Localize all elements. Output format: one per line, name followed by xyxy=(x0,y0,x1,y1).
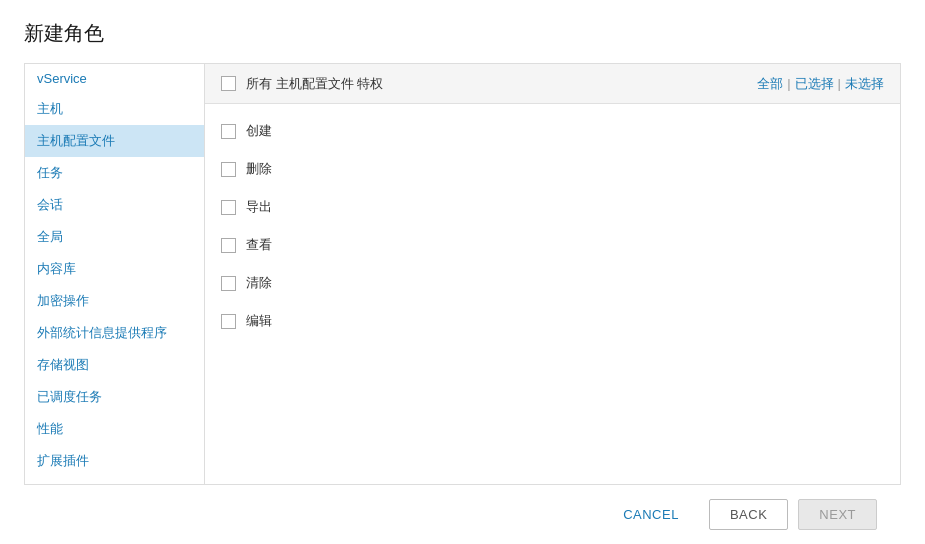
separator-1: | xyxy=(787,76,790,91)
sidebar-item-extensions[interactable]: 扩展插件 xyxy=(25,445,204,477)
sidebar-item-perf[interactable]: 性能 xyxy=(25,413,204,445)
page-container: 新建角色 vService主机主机配置文件任务会话全局内容库加密操作外部统计信息… xyxy=(0,0,925,544)
checkbox-item-export: 导出 xyxy=(221,188,884,226)
main-content: vService主机主机配置文件任务会话全局内容库加密操作外部统计信息提供程序存… xyxy=(24,63,901,485)
checkbox-item-edit: 编辑 xyxy=(221,302,884,340)
panel-header: 所有 主机配置文件 特权 全部 | 已选择 | 未选择 xyxy=(205,64,900,104)
sidebar: vService主机主机配置文件任务会话全局内容库加密操作外部统计信息提供程序存… xyxy=(25,64,205,484)
checkbox-item-view: 查看 xyxy=(221,226,884,264)
action-unselected[interactable]: 未选择 xyxy=(845,75,884,93)
checkbox-label-edit[interactable]: 编辑 xyxy=(246,312,272,330)
sidebar-item-datacenter[interactable]: 数据中心 xyxy=(25,477,204,484)
checkbox-label-export[interactable]: 导出 xyxy=(246,198,272,216)
checkbox-export[interactable] xyxy=(221,200,236,215)
checkbox-label-view[interactable]: 查看 xyxy=(246,236,272,254)
sidebar-item-storage-views[interactable]: 存储视图 xyxy=(25,349,204,381)
sidebar-item-host[interactable]: 主机 xyxy=(25,93,204,125)
checkbox-clear[interactable] xyxy=(221,276,236,291)
checkbox-delete[interactable] xyxy=(221,162,236,177)
panel-header-title: 所有 主机配置文件 特权 xyxy=(246,75,383,93)
separator-2: | xyxy=(838,76,841,91)
checkbox-list: 创建删除导出查看清除编辑 xyxy=(205,104,900,484)
sidebar-item-content-library[interactable]: 内容库 xyxy=(25,253,204,285)
action-all[interactable]: 全部 xyxy=(757,75,783,93)
footer: CANCEL BACK NEXT xyxy=(24,485,901,544)
panel-header-actions: 全部 | 已选择 | 未选择 xyxy=(757,75,884,93)
checkbox-edit[interactable] xyxy=(221,314,236,329)
sidebar-item-host-profile[interactable]: 主机配置文件 xyxy=(25,125,204,157)
right-panel: 所有 主机配置文件 特权 全部 | 已选择 | 未选择 创建删除导出查看清除编辑 xyxy=(205,64,900,484)
checkbox-label-delete[interactable]: 删除 xyxy=(246,160,272,178)
back-button[interactable]: BACK xyxy=(709,499,788,530)
sidebar-item-vservice[interactable]: vService xyxy=(25,64,204,93)
checkbox-view[interactable] xyxy=(221,238,236,253)
sidebar-item-crypto-ops[interactable]: 加密操作 xyxy=(25,285,204,317)
sidebar-item-global[interactable]: 全局 xyxy=(25,221,204,253)
sidebar-item-task[interactable]: 任务 xyxy=(25,157,204,189)
panel-header-left: 所有 主机配置文件 特权 xyxy=(221,75,383,93)
cancel-button[interactable]: CANCEL xyxy=(603,500,699,529)
checkbox-item-delete: 删除 xyxy=(221,150,884,188)
action-selected[interactable]: 已选择 xyxy=(795,75,834,93)
sidebar-item-ext-stats-provider[interactable]: 外部统计信息提供程序 xyxy=(25,317,204,349)
select-all-checkbox[interactable] xyxy=(221,76,236,91)
checkbox-label-clear[interactable]: 清除 xyxy=(246,274,272,292)
checkbox-item-create: 创建 xyxy=(221,112,884,150)
page-title: 新建角色 xyxy=(24,20,901,47)
checkbox-label-create[interactable]: 创建 xyxy=(246,122,272,140)
next-button[interactable]: NEXT xyxy=(798,499,877,530)
sidebar-item-scheduled-task[interactable]: 已调度任务 xyxy=(25,381,204,413)
checkbox-create[interactable] xyxy=(221,124,236,139)
sidebar-item-session[interactable]: 会话 xyxy=(25,189,204,221)
checkbox-item-clear: 清除 xyxy=(221,264,884,302)
